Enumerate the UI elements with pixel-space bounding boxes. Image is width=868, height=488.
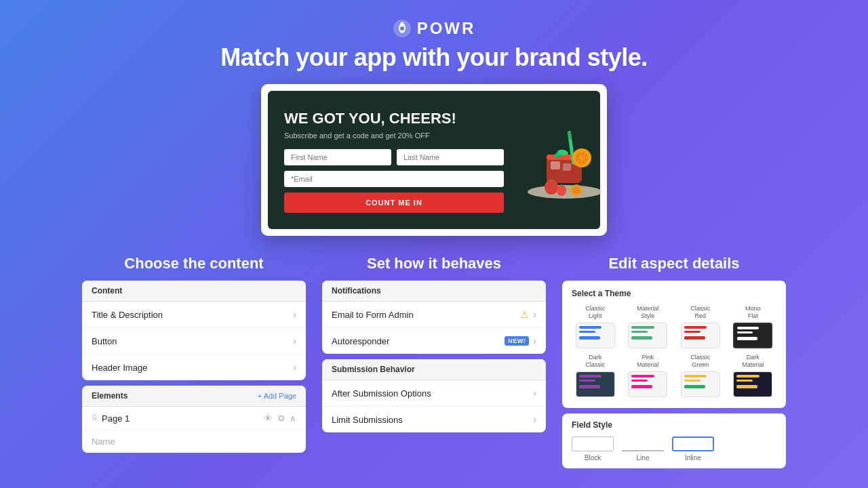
autoresponder-right: NEW! › [505,336,536,346]
field-styles-row: Block Line Inline [572,436,776,462]
theme-dark-material-box [733,371,772,397]
preview-email-input[interactable] [284,171,504,187]
page-item-right: 👁 ⧉ ∧ [264,413,296,424]
page-1-item[interactable]: ⠿ Page 1 👁 ⧉ ∧ [82,407,306,430]
limit-submissions-label: Limit Submissions [332,415,403,425]
name-placeholder-item: Name [82,430,306,453]
field-style-inline[interactable]: Inline [672,436,714,462]
preview-lastname-input[interactable] [397,149,504,165]
after-submission-item[interactable]: After Submission Options › [322,380,546,407]
field-style-block-label: Block [585,454,601,462]
theme-material-style[interactable]: MaterialStyle [625,305,672,348]
header-image-label: Header Image [92,363,147,373]
panel-item-button[interactable]: Button › [82,328,306,354]
theme-classic-green-box [681,371,720,397]
field-style-panel: Field Style Block Line Inline [562,413,786,468]
panel-item-header-image[interactable]: Header Image › [82,354,306,380]
behavior-col-title: Set how it behaves [322,255,546,272]
theme-dark-material-label: DarkMaterial [742,354,764,369]
panel-item-title-desc[interactable]: Title & Description › [82,302,306,328]
preview-submit-button[interactable]: COUNT ME IN [284,192,504,213]
theme-dark-classic-box [576,371,615,397]
theme-mono-flat-label: MonoFlat [745,305,761,320]
preview-wrapper: WE GOT YOU, CHEERS! Subscribe and get a … [0,84,868,236]
preview-card: WE GOT YOU, CHEERS! Subscribe and get a … [261,84,607,236]
notifications-panel: Notifications Email to Form Admin ⚠ › Au… [322,281,546,354]
content-panel: Content Title & Description › Button › H… [82,281,306,380]
preview-subtitle: Subscribe and get a code and get 20% OFF [284,131,504,140]
warning-icon: ⚠ [520,309,529,320]
theme-classic-green[interactable]: ClassicGreen [677,354,724,397]
field-style-block[interactable]: Block [572,436,614,462]
field-style-block-box [572,436,614,451]
field-style-line[interactable]: Line [622,436,664,462]
svg-point-1 [400,26,404,30]
svg-rect-7 [551,161,560,169]
theme-panel: Select a Theme ClassicLight MaterialStyl… [562,281,786,407]
preview-inner: WE GOT YOU, CHEERS! Subscribe and get a … [268,91,600,229]
page-headline: Match your app with your brand style. [0,43,868,72]
logo-text: POWR [417,19,476,38]
email-admin-item[interactable]: Email to Form Admin ⚠ › [322,302,546,328]
elements-panel: Elements + Add Page ⠿ Page 1 👁 ⧉ ∧ Name [82,386,306,453]
theme-dark-classic-label: DarkClassic [585,354,605,369]
page-header: POWR Match your app with your brand styl… [0,0,868,84]
svg-point-19 [572,186,580,195]
chevron-icon-header: › [293,362,296,373]
elements-header: Elements + Add Page [82,386,306,407]
theme-classic-light[interactable]: ClassicLight [572,305,619,348]
content-panel-header: Content [82,281,306,302]
after-submission-label: After Submission Options [332,388,431,399]
autoresponder-item[interactable]: Autoresponder NEW! › [322,328,546,354]
preview-form-area: WE GOT YOU, CHEERS! Subscribe and get a … [284,110,504,213]
field-style-line-box [622,436,664,451]
theme-classic-light-box [576,323,615,348]
cocktail-svg [521,117,609,205]
page-1-label: Page 1 [102,413,130,424]
theme-dark-classic[interactable]: DarkClassic [572,354,619,397]
theme-mono-flat-box [733,323,772,348]
title-desc-label: Title & Description [92,310,163,320]
preview-firstname-input[interactable] [284,149,391,165]
copy-icon[interactable]: ⧉ [278,413,284,424]
content-col: Choose the content Content Title & Descr… [82,255,306,468]
aspect-col: Edit aspect details Select a Theme Class… [562,255,786,468]
chevron-autoresponder: › [533,336,536,346]
bottom-section: Choose the content Content Title & Descr… [0,255,868,468]
svg-rect-6 [568,131,572,140]
themes-grid: ClassicLight MaterialStyle [572,305,776,396]
theme-classic-light-label: ClassicLight [585,305,605,320]
svg-rect-8 [563,163,571,171]
preview-title: WE GOT YOU, CHEERS! [284,110,504,127]
theme-pink-material[interactable]: PinkMaterial [625,354,672,397]
add-page-button[interactable]: + Add Page [258,392,296,400]
preview-name-fields [284,149,504,165]
autoresponder-label: Autoresponder [332,336,389,346]
button-label: Button [92,336,117,346]
content-col-title: Choose the content [82,255,306,272]
theme-mono-flat[interactable]: MonoFlat [730,305,777,348]
chevron-icon-title: › [293,309,296,320]
theme-classic-red[interactable]: ClassicRed [677,305,724,348]
theme-pink-material-label: PinkMaterial [637,354,658,369]
chevron-after-sub: › [533,388,536,399]
collapse-icon[interactable]: ∧ [290,413,296,424]
eye-icon[interactable]: 👁 [264,413,273,424]
preview-illustration [517,117,612,205]
email-admin-label: Email to Form Admin [332,310,414,320]
logo-row: POWR [0,19,868,38]
theme-classic-green-label: ClassicGreen [690,354,710,369]
theme-title: Select a Theme [572,289,776,298]
theme-classic-red-label: ClassicRed [690,305,710,320]
field-style-line-label: Line [637,454,650,462]
theme-classic-red-box [681,323,720,348]
theme-dark-material[interactable]: DarkMaterial [730,354,777,397]
email-admin-right: ⚠ › [520,309,536,320]
svg-point-16 [545,180,558,195]
field-style-inline-box [672,436,714,451]
chevron-icon-button: › [293,336,296,346]
limit-submissions-item[interactable]: Limit Submissions › [322,407,546,432]
theme-pink-material-box [628,371,667,397]
drag-icon: ⠿ [92,413,98,423]
field-style-title: Field Style [572,420,776,430]
